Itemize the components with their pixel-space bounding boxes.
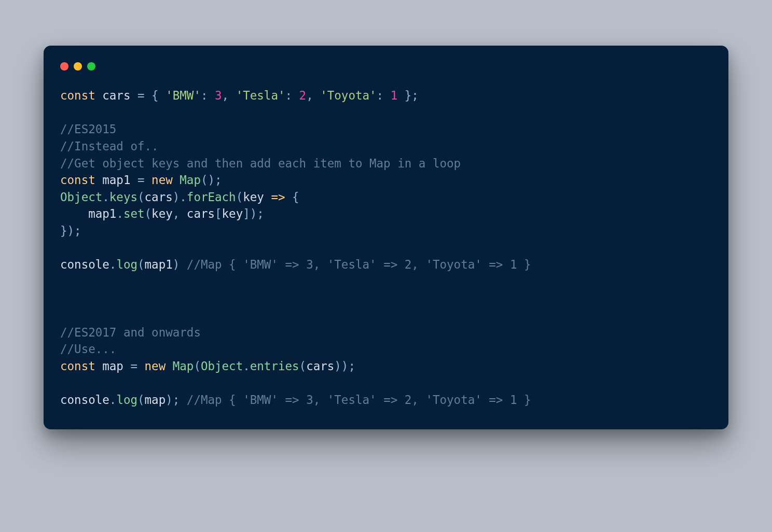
code-token: map1 <box>145 258 173 271</box>
code-token: forEach <box>187 190 236 204</box>
titlebar <box>60 60 712 87</box>
code-token: key <box>222 207 243 220</box>
code-token: ( <box>137 190 145 204</box>
code-token: Object <box>60 190 102 204</box>
code-token: set <box>123 207 145 220</box>
code-window: const cars = { 'BMW': 3, 'Tesla': 2, 'To… <box>44 46 728 429</box>
code-token: //ES2015 <box>60 122 116 136</box>
code-token: { <box>151 89 166 102</box>
code-token: = <box>137 173 151 187</box>
code-token: => <box>271 190 285 204</box>
code-token: = <box>130 359 144 373</box>
code-token: //Map { 'BMW' => 3, 'Tesla' => 2, 'Toyot… <box>187 258 531 271</box>
code-token: map <box>145 393 166 407</box>
code-token: const <box>60 89 102 102</box>
code-token: ( <box>137 393 145 407</box>
code-token: map1 <box>60 207 116 220</box>
code-token: : <box>285 89 299 102</box>
code-token: , <box>306 89 320 102</box>
code-block: const cars = { 'BMW': 3, 'Tesla': 2, 'To… <box>60 87 712 409</box>
code-token: ]); <box>243 207 264 220</box>
code-token: = <box>137 89 151 102</box>
code-token: cars <box>187 207 215 220</box>
code-token: ( <box>137 258 145 271</box>
code-token: map1 <box>102 173 137 187</box>
code-token: 2 <box>299 89 307 102</box>
code-token: //Instead of.. <box>60 139 159 153</box>
code-token: ) <box>173 190 180 204</box>
code-token: . <box>102 190 109 204</box>
code-token: console <box>60 258 109 271</box>
code-token: key <box>151 207 173 220</box>
code-token: }); <box>60 224 81 237</box>
code-token: cars <box>102 89 137 102</box>
code-token: console <box>60 393 109 407</box>
code-token: ( <box>194 359 201 373</box>
minimize-icon[interactable] <box>74 62 82 71</box>
code-token: ); <box>166 393 187 407</box>
code-token: //ES2017 and onwards <box>60 326 201 339</box>
code-token: )); <box>334 359 355 373</box>
code-token: entries <box>250 359 299 373</box>
code-token: ( <box>299 359 307 373</box>
code-token: , <box>222 89 236 102</box>
code-token: cars <box>306 359 334 373</box>
code-token: //Get object keys and then add each item… <box>60 157 461 170</box>
code-token: Map <box>173 359 194 373</box>
code-token: : <box>377 89 391 102</box>
code-token: log <box>116 258 137 271</box>
code-token: . <box>180 190 187 204</box>
code-token: . <box>116 207 123 220</box>
code-token: 1 <box>391 89 398 102</box>
close-icon[interactable] <box>60 62 68 71</box>
code-token: Object <box>201 359 243 373</box>
zoom-icon[interactable] <box>87 62 95 71</box>
code-token: . <box>109 258 117 271</box>
code-token: ( <box>236 190 243 204</box>
code-token: new <box>151 173 180 187</box>
code-token: key <box>243 190 271 204</box>
code-token: (); <box>201 173 222 187</box>
code-token: keys <box>109 190 137 204</box>
code-token: ( <box>145 207 152 220</box>
code-token: const <box>60 359 102 373</box>
code-token: , <box>173 207 187 220</box>
code-token: [ <box>215 207 222 220</box>
code-token: cars <box>145 190 173 204</box>
code-token: . <box>243 359 250 373</box>
code-token: const <box>60 173 102 187</box>
code-token: . <box>109 393 117 407</box>
code-token: 3 <box>215 89 222 102</box>
code-token: : <box>201 89 215 102</box>
code-token: { <box>285 190 299 204</box>
code-token: new <box>145 359 173 373</box>
code-token: 'Tesla' <box>236 89 285 102</box>
code-token: 'Toyota' <box>320 89 376 102</box>
code-token: map <box>102 359 130 373</box>
code-token: Map <box>180 173 201 187</box>
code-token: log <box>116 393 137 407</box>
code-token: ) <box>173 258 187 271</box>
code-token: }; <box>397 89 419 102</box>
code-token: //Map { 'BMW' => 3, 'Tesla' => 2, 'Toyot… <box>187 393 531 407</box>
code-token: //Use... <box>60 342 116 356</box>
code-token: 'BMW' <box>166 89 201 102</box>
